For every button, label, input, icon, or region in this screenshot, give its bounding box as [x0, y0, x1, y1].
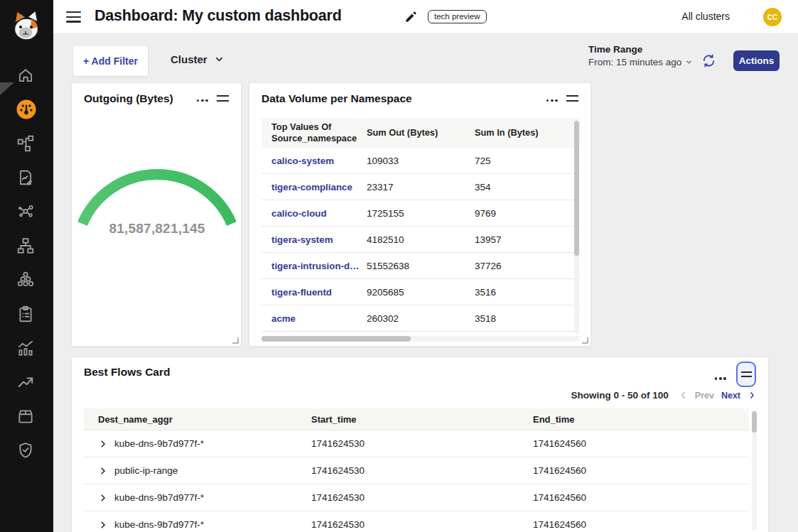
table-row: kube-dns-9b7d977f-* 1741624530 174162456… [84, 430, 749, 457]
drag-handle-icon[interactable] [217, 92, 229, 104]
namespace-link[interactable]: tigera-intrusion-d… [271, 261, 367, 271]
namespace-link[interactable]: calico-cloud [271, 208, 367, 219]
table-header-row: Dest_name_aggr Start_time End_time [84, 408, 749, 430]
expand-chevron-icon[interactable] [98, 520, 108, 530]
network-tree-icon [16, 237, 35, 255]
sum-out-value: 1725155 [367, 208, 475, 219]
table-row: tigera-compliance 23317 354 [261, 174, 580, 200]
sidebar-item-security[interactable] [16, 441, 35, 460]
sidebar-item-trends[interactable] [16, 373, 35, 391]
dashboard-gauge-icon [16, 99, 37, 120]
chevron-down-icon [214, 54, 225, 65]
time-range-label: Time Range [588, 44, 693, 55]
clipboard-list-icon [16, 305, 35, 323]
sum-in-value: 37726 [475, 261, 580, 271]
sum-out-value: 4182510 [367, 234, 475, 245]
drag-handle-icon[interactable] [566, 92, 578, 104]
card-data-volume: Data Volume per Namespace Top Values Of … [249, 82, 591, 347]
avatar[interactable]: CC [763, 8, 782, 26]
sidebar-item-compliance[interactable] [16, 305, 35, 323]
cluster-selector[interactable]: All clusters [681, 11, 730, 22]
tech-preview-badge: tech preview [428, 10, 487, 23]
sum-out-value: 260302 [367, 313, 475, 324]
end-time: 1741624560 [533, 438, 749, 449]
sum-out-value: 51552638 [367, 261, 475, 271]
sidebar-item-threat-graph[interactable] [16, 202, 35, 221]
sum-out-value: 9205685 [367, 287, 475, 298]
sidebar-item-statistics[interactable] [16, 339, 35, 357]
sum-in-value: 13957 [475, 234, 580, 245]
start-time: 1741624530 [311, 438, 533, 449]
sum-in-value: 725 [475, 156, 580, 166]
card-menu-icon[interactable] [195, 95, 209, 102]
hamburger-menu-icon[interactable] [66, 11, 81, 26]
refresh-icon[interactable] [701, 53, 716, 68]
table-row: tigera-intrusion-d… 51552638 37726 [261, 253, 580, 279]
end-time: 1741624560 [533, 492, 749, 503]
table-row: calico-system 109033 725 [261, 148, 580, 174]
time-range-value: From: 15 minutes ago [588, 57, 681, 67]
card-menu-icon[interactable] [545, 95, 559, 102]
namespace-link[interactable]: acme [271, 313, 367, 324]
sidebar-item-home[interactable] [16, 66, 35, 85]
sidebar-item-packages[interactable] [16, 407, 35, 425]
vertical-scrollbar[interactable] [574, 121, 579, 334]
sum-in-value: 9769 [475, 208, 580, 219]
sidebar-item-network-tree[interactable] [16, 237, 35, 255]
sidebar-item-dashboards-active[interactable] [16, 99, 37, 120]
drag-handle-icon-focused[interactable] [736, 362, 756, 387]
cluster-filter-label: Cluster [171, 53, 207, 65]
namespace-link[interactable]: calico-system [271, 156, 367, 166]
table-row: tigera-fluentd 9205685 3516 [261, 279, 580, 305]
sidebar-item-service-graph[interactable] [16, 134, 35, 153]
molecule-network-icon [16, 202, 35, 221]
pagination-status: Showing 0 - 50 of 100 [571, 390, 669, 401]
horizontal-scrollbar[interactable] [261, 336, 580, 342]
table-row: public-ip-range 1741624530 1741624560 [84, 457, 749, 484]
sidebar [0, 0, 53, 532]
flows-table: Dest_name_aggr Start_time End_time kube-… [84, 408, 749, 532]
circles-cluster-icon [16, 271, 35, 289]
table-row: tigera-system 4182510 13957 [261, 227, 580, 253]
add-filter-button[interactable]: + Add Filter [73, 46, 148, 76]
next-button[interactable]: Next [721, 391, 740, 401]
sum-in-value: 3518 [475, 313, 580, 324]
card-title: Outgoing (Bytes) [84, 92, 173, 105]
actions-button[interactable]: Actions [733, 50, 780, 71]
time-range-value-dropdown[interactable]: From: 15 minutes ago [588, 57, 693, 67]
bar-chart-stats-icon [16, 339, 35, 357]
end-time: 1741624560 [533, 519, 749, 530]
time-range: Time Range From: 15 minutes ago [588, 44, 693, 67]
chevron-right-icon[interactable] [748, 391, 757, 400]
namespace-link[interactable]: tigera-system [271, 234, 367, 245]
service-graph-icon [16, 134, 35, 153]
sum-out-value: 109033 [367, 156, 475, 166]
column-header: End_time [533, 414, 749, 425]
edit-pencil-icon[interactable] [404, 10, 418, 23]
start-time: 1741624530 [311, 465, 533, 476]
expand-chevron-icon[interactable] [98, 466, 108, 476]
prev-button[interactable]: Prev [695, 391, 714, 401]
vertical-scrollbar[interactable] [752, 410, 757, 531]
cluster-filter-dropdown[interactable]: Cluster [171, 53, 225, 65]
pagination: Showing 0 - 50 of 100 Prev Next [571, 390, 757, 401]
card-resize-handle[interactable] [232, 337, 239, 344]
column-header: Sum In (Bytes) [475, 127, 580, 139]
home-icon [16, 66, 35, 85]
table-row: kube-dns-9b7d977f-* 1741624530 174162456… [84, 511, 749, 532]
active-flyout-notch [0, 82, 14, 108]
dest-name: kube-dns-9b7d977f-* [114, 519, 204, 530]
chevron-left-icon[interactable] [679, 391, 688, 400]
card-title: Best Flows Card [84, 366, 170, 379]
namespace-link[interactable]: tigera-compliance [271, 182, 367, 192]
topbar: Dashboard: My custom dashboard tech prev… [53, 0, 798, 34]
expand-chevron-icon[interactable] [98, 493, 108, 503]
main-content: + Add Filter Cluster Time Range From: 15… [53, 34, 798, 532]
card-menu-icon[interactable] [713, 373, 727, 380]
sidebar-item-clusters[interactable] [16, 271, 35, 289]
namespace-link[interactable]: tigera-fluentd [271, 287, 367, 298]
sidebar-item-reports[interactable] [16, 168, 35, 187]
column-header: Start_time [311, 414, 533, 425]
card-resize-handle[interactable] [582, 337, 588, 344]
expand-chevron-icon[interactable] [98, 439, 108, 449]
